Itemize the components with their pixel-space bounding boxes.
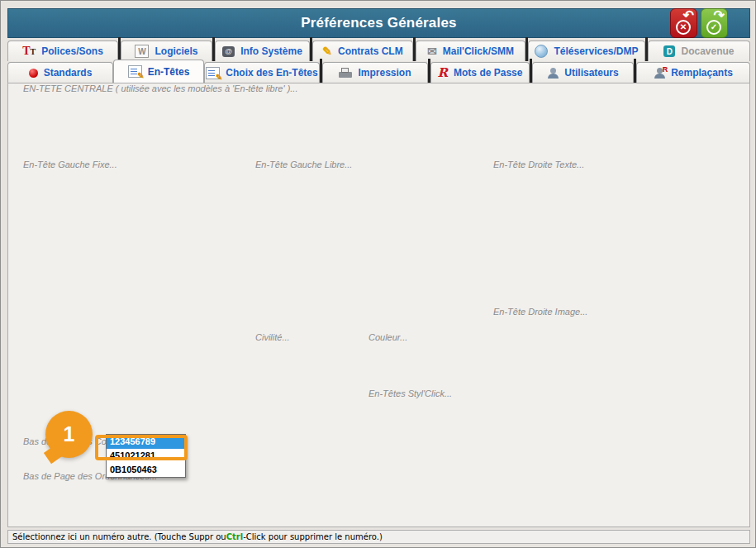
- title-bar: Préférences Générales ↶ ✕ ↷ ✓: [7, 8, 750, 38]
- pencil-icon: [322, 45, 332, 58]
- status-text: Sélectionnez ici un numéro autre. (Touch…: [12, 532, 226, 541]
- mail-icon: [427, 45, 437, 58]
- page-title: Préférences Générales: [301, 15, 457, 31]
- status-text: -Click pour supprimer le numéro.): [243, 532, 383, 541]
- tab-contrats-clm[interactable]: Contrats CLM: [312, 41, 413, 61]
- tab-en-tetes[interactable]: En-Têtes: [113, 60, 204, 83]
- tab-separator: [118, 37, 121, 61]
- fonts-icon: [22, 45, 36, 58]
- header-doc-icon: [206, 67, 220, 79]
- tab-standards[interactable]: Standards: [7, 62, 113, 83]
- wax-seal-icon: [438, 65, 448, 80]
- validate-button[interactable]: ↷ ✓: [701, 8, 728, 38]
- group-label: EN-TETE CENTRALE ( utilisée avec les mod…: [20, 83, 301, 93]
- tab-separator: [320, 59, 322, 83]
- tab-docavenue[interactable]: Docavenue: [648, 41, 750, 61]
- tab-mailclick-smm[interactable]: Mail'Click/SMM: [416, 41, 525, 61]
- tab-utilisateurs[interactable]: Utilisateurs: [532, 62, 634, 83]
- cancel-button[interactable]: ↶ ✕: [670, 8, 697, 38]
- tab-impression[interactable]: Impression: [322, 62, 428, 83]
- user-icon: [547, 68, 559, 79]
- tab-remplacants[interactable]: R Remplaçants: [636, 62, 750, 83]
- ctrl-key-text: Ctrl: [226, 532, 243, 541]
- tab-polices-sons[interactable]: Polices/Sons: [7, 41, 118, 61]
- group-label: En-Têtes Styl'Click...: [365, 388, 455, 398]
- user-replace-icon: R: [654, 68, 665, 79]
- status-bar: Sélectionnez ici un numéro autre. (Touch…: [7, 530, 750, 544]
- printer-icon: [339, 68, 352, 79]
- cancel-cross-icon: ✕: [676, 20, 691, 35]
- tab-separator: [413, 37, 416, 61]
- word-icon: [135, 45, 149, 58]
- header-doc-icon: [128, 65, 142, 78]
- tab-row-1: Polices/Sons Logiciels Info Système Cont…: [7, 40, 750, 61]
- group-label: En-Tête Gauche Fixe...: [20, 160, 121, 169]
- tab-logiciels[interactable]: Logiciels: [121, 41, 212, 61]
- group-label: Civilité...: [252, 332, 293, 342]
- dropdown-item[interactable]: 0B1050463: [107, 463, 185, 477]
- tab-row-2: Standards En-Têtes Choix des En-Têtes Im…: [7, 61, 750, 83]
- tab-separator: [310, 37, 312, 61]
- preferences-window: Préférences Générales ↶ ✕ ↷ ✓ Polices/So…: [0, 0, 756, 548]
- tab-separator: [634, 59, 636, 83]
- tab-separator: [428, 59, 430, 83]
- tab-mots-de-passe[interactable]: Mots de Passe: [430, 62, 530, 83]
- system-info-icon: [222, 46, 235, 57]
- group-label: Couleur...: [365, 332, 411, 342]
- annotation-badge: 1: [45, 411, 93, 458]
- globe-icon: [535, 45, 548, 58]
- group-label: En-Tête Droite Image...: [490, 307, 591, 317]
- tab-teleservices-dmp[interactable]: Téléservices/DMP: [528, 41, 645, 61]
- tab-choix-en-tetes[interactable]: Choix des En-Têtes: [204, 62, 320, 83]
- tab-separator: [530, 59, 532, 83]
- annotation-highlight-box: [95, 435, 188, 460]
- tab-info-systeme[interactable]: Info Système: [215, 41, 310, 61]
- tab-separator: [212, 37, 215, 61]
- docavenue-icon: [663, 45, 675, 57]
- group-label: En-Tête Gauche Libre...: [252, 160, 355, 169]
- group-label: En-Tête Droite Texte...: [490, 160, 587, 169]
- validate-check-icon: ✓: [706, 20, 721, 35]
- red-dot-icon: [29, 69, 38, 78]
- tab-separator: [525, 37, 528, 61]
- tab-separator: [645, 37, 648, 61]
